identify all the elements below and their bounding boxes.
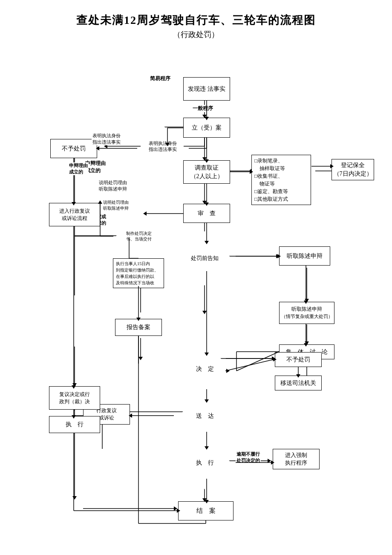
general-procedure-label: 一般程序 <box>192 105 214 112</box>
execute2-node: 执 行 <box>49 416 100 433</box>
register-node: 登记保全（7日内决定） <box>331 159 374 180</box>
svg-marker-56 <box>138 357 143 360</box>
execute-diamond: 执 行 <box>178 436 231 489</box>
establish-node: 立（受）案 <box>183 118 230 138</box>
svg-marker-36 <box>72 496 77 500</box>
overdue-label: 逾期不履行处罚决定的 <box>236 451 261 464</box>
svg-marker-34 <box>174 506 177 511</box>
deliver-diamond: 送 达 <box>178 389 231 442</box>
title-area: 查处未满12周岁驾驶自行车、三轮车的流程图 （行政处罚） <box>9 13 383 40</box>
flowchart: 简易程序 一般程序 发现违 法事实 立（受）案 表明执法身份指出违法事实 改正的… <box>9 48 383 530</box>
decide-diamond: 决 定 <box>178 342 231 395</box>
discover-node: 发现违 法事实 <box>183 77 230 101</box>
no-punish1-node: 不予处罚 <box>50 139 97 158</box>
transfer-node: 移送司法机关 <box>275 376 322 390</box>
sub-title: （行政处罚） <box>9 29 383 40</box>
exec-note-box: 执行当事人15日内到指定银行缴纳罚款、在事后难以执行的以及特殊情况下当场收 <box>113 258 164 288</box>
notify-diamond-wrap: 处罚前告知 <box>170 241 239 275</box>
admin-review1-node: 进入行政复议或诉讼流程 <box>49 203 100 226</box>
svg-marker-14 <box>202 311 207 314</box>
makedecision-diamond: 制作处罚决定书、当场交付 <box>116 213 161 258</box>
show-id-label: 表明执法身份指出违法事实 <box>92 133 121 145</box>
hear1-node: 听取陈述申辩 <box>279 246 330 266</box>
evidence-box: □录制笔录、 抽样取证等 □收集书证、 物证等 □鉴定、勘查等 □其他取证方式 <box>251 155 311 205</box>
simple-procedure-label: 简易程序 <box>149 75 171 82</box>
makedecision-diamond-wrap: 制作处罚决定书、当场交付 <box>113 222 164 250</box>
page: 查处未满12周岁驾驶自行车、三轮车的流程图 （行政处罚） <box>0 0 392 555</box>
ruling-node: 复议决定或行政判（裁）决 <box>49 386 100 410</box>
notify-diamond: 处罚前告知 <box>177 231 231 285</box>
investigate-node: 调查取证（2人以上） <box>183 160 230 184</box>
show-id-diamond: 表明执法身份指出违法事实 <box>142 125 184 168</box>
review-node: 审 查 <box>183 204 230 223</box>
forced-exec-node: 进入强制执行程序 <box>273 449 320 469</box>
svg-line-104 <box>236 352 279 371</box>
svg-marker-32 <box>268 459 271 463</box>
decide-diamond-wrap: 决 定 <box>174 353 236 385</box>
svg-marker-78 <box>143 211 147 216</box>
explain-label2: 说明处罚理由听取陈述申辩 <box>102 199 130 211</box>
deliver-diamond-wrap: 送 达 <box>174 400 236 432</box>
no-punish2-node: 不予处罚 <box>275 352 322 367</box>
show-id-diamond-wrap: 表明执法身份指出违法事实 <box>137 133 188 159</box>
explain-label: 说明处罚理由听取陈述申辩 <box>98 179 128 192</box>
execute-diamond-wrap: 执 行 <box>174 447 236 479</box>
main-title: 查处未满12周岁驾驶自行车、三轮车的流程图 <box>9 13 383 28</box>
valid-reason-label2: 申辩理由成立的 <box>68 162 89 175</box>
hear2-node: 听取陈述申辩（情节复杂或重大处罚） <box>279 302 334 324</box>
report-node: 报告备案 <box>115 319 162 336</box>
conclude-node: 结 案 <box>178 501 233 520</box>
